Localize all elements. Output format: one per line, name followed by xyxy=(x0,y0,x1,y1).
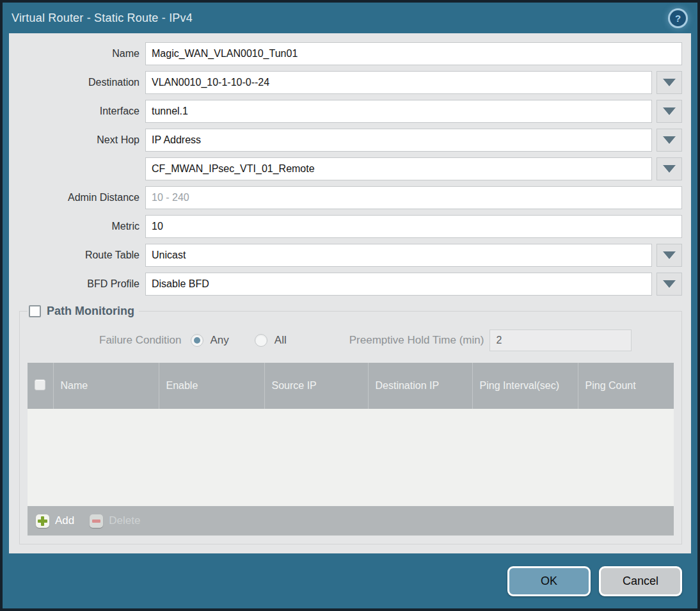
next-hop-label: Next Hop xyxy=(19,134,139,146)
failure-condition-row: Failure Condition Any All Preemptive Hol… xyxy=(28,329,674,351)
table-header-row: Name Enable Source IP Destination IP Pin… xyxy=(28,363,674,409)
preemptive-hold-time-label: Preemptive Hold Time (min) xyxy=(349,334,484,347)
failure-condition-all-radio[interactable] xyxy=(255,334,267,347)
ok-button[interactable]: OK xyxy=(507,566,591,596)
help-icon[interactable]: ? xyxy=(670,10,686,26)
select-all-checkbox[interactable] xyxy=(35,379,45,390)
delete-button-label: Delete xyxy=(109,514,140,527)
dialog-content: Name Destination Interface Next Hop xyxy=(9,33,691,553)
destination-row: Destination xyxy=(19,71,682,94)
destination-dropdown-button[interactable] xyxy=(656,71,682,94)
next-hop-row: Next Hop xyxy=(19,129,682,152)
dialog-titlebar: Virtual Router - Static Route - IPv4 ? xyxy=(3,3,697,33)
destination-input[interactable] xyxy=(145,71,652,94)
column-header-ping-count[interactable]: Ping Count xyxy=(578,363,674,409)
column-header-source-ip[interactable]: Source IP xyxy=(264,363,368,409)
minus-icon xyxy=(90,514,103,528)
preemptive-hold-time-input[interactable] xyxy=(489,329,632,351)
bfd-profile-input[interactable] xyxy=(145,273,652,296)
column-header-enable[interactable]: Enable xyxy=(159,363,264,409)
next-hop-type-input[interactable] xyxy=(145,129,652,152)
chevron-down-icon xyxy=(663,165,676,173)
bfd-profile-dropdown-button[interactable] xyxy=(656,273,682,296)
interface-input[interactable] xyxy=(145,100,652,123)
next-hop-address-dropdown-button[interactable] xyxy=(656,157,682,180)
chevron-down-icon xyxy=(663,79,676,86)
name-input[interactable] xyxy=(145,42,682,65)
admin-distance-row: Admin Distance xyxy=(19,186,682,209)
select-all-header-cell xyxy=(28,363,53,409)
path-monitoring-checkbox[interactable] xyxy=(29,305,41,317)
column-header-name[interactable]: Name xyxy=(53,363,159,409)
metric-label: Metric xyxy=(19,221,139,232)
name-label: Name xyxy=(19,48,139,60)
chevron-down-icon xyxy=(663,136,676,144)
empty-table-body xyxy=(28,409,674,506)
next-hop-address-input[interactable] xyxy=(145,157,652,180)
name-row: Name xyxy=(19,42,682,65)
path-monitoring-section: Path Monitoring Failure Condition Any Al… xyxy=(19,305,682,544)
admin-distance-label: Admin Distance xyxy=(19,192,139,203)
dialog-title: Virtual Router - Static Route - IPv4 xyxy=(12,12,193,25)
bfd-profile-label: BFD Profile xyxy=(19,278,139,290)
dialog-footer: OK Cancel xyxy=(3,553,697,608)
column-header-destination-ip[interactable]: Destination IP xyxy=(368,363,472,409)
route-table-dropdown-button[interactable] xyxy=(656,244,682,267)
path-monitoring-table: Name Enable Source IP Destination IP Pin… xyxy=(28,363,674,506)
route-table-label: Route Table xyxy=(19,250,139,261)
table-toolbar: Add Delete xyxy=(28,506,674,536)
bfd-profile-row: BFD Profile xyxy=(19,273,682,296)
add-button-label: Add xyxy=(55,514,74,527)
add-button[interactable]: Add xyxy=(36,514,74,528)
cancel-button[interactable]: Cancel xyxy=(599,566,682,596)
chevron-down-icon xyxy=(663,251,676,259)
interface-label: Interface xyxy=(19,106,139,117)
delete-button[interactable]: Delete xyxy=(90,514,140,528)
failure-condition-any-label: Any xyxy=(211,334,229,347)
failure-condition-label: Failure Condition xyxy=(99,334,182,347)
destination-label: Destination xyxy=(19,77,139,88)
metric-row: Metric xyxy=(19,215,682,238)
failure-condition-any-radio[interactable] xyxy=(191,334,203,347)
next-hop-type-dropdown-button[interactable] xyxy=(656,129,682,152)
route-table-input[interactable] xyxy=(145,244,652,267)
plus-icon xyxy=(36,514,49,528)
next-hop-address-row xyxy=(19,157,682,180)
path-monitoring-title: Path Monitoring xyxy=(47,305,134,318)
static-route-dialog: Virtual Router - Static Route - IPv4 ? N… xyxy=(0,0,700,611)
interface-dropdown-button[interactable] xyxy=(656,100,682,123)
route-table-row: Route Table xyxy=(19,244,682,267)
column-header-ping-interval[interactable]: Ping Interval(sec) xyxy=(472,363,578,409)
chevron-down-icon xyxy=(663,280,676,288)
chevron-down-icon xyxy=(663,107,676,115)
metric-input[interactable] xyxy=(145,215,682,238)
path-monitoring-legend: Path Monitoring xyxy=(28,305,139,318)
admin-distance-input[interactable] xyxy=(145,186,682,209)
interface-row: Interface xyxy=(19,100,682,123)
failure-condition-all-label: All xyxy=(274,334,287,347)
